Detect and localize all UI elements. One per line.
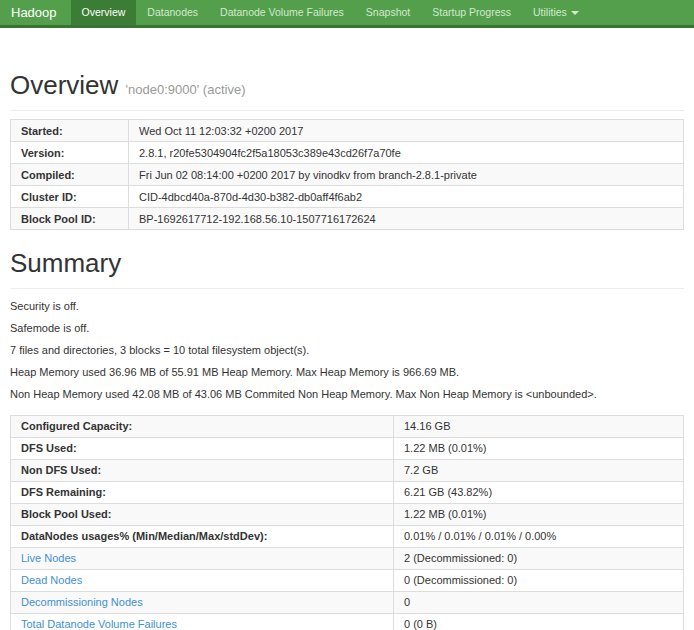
dead-nodes-link[interactable]: Dead Nodes <box>21 574 82 586</box>
total-datanode-volume-failures-link[interactable]: Total Datanode Volume Failures <box>21 618 177 630</box>
started-label: Started: <box>11 120 129 142</box>
table-row: Version: 2.8.1, r20fe5304904fc2f5a18053c… <box>11 142 684 164</box>
table-row: Block Pool ID: BP-1692617712-192.168.56.… <box>11 208 684 230</box>
datanodes-usages-value: 0.01% / 0.01% / 0.01% / 0.00% <box>394 525 684 547</box>
namenode-info-table: Started: Wed Oct 11 12:03:32 +0200 2017 … <box>10 119 684 230</box>
total-datanode-volume-failures-value: 0 (0 B) <box>394 613 684 630</box>
cluster-id-value: CID-4dbcd40a-870d-4d30-b382-db0aff4f6ab2 <box>129 186 684 208</box>
table-row: Non DFS Used: 7.2 GB <box>11 459 684 481</box>
table-row: DataNodes usages% (Min/Median/Max/stdDev… <box>11 525 684 547</box>
dfs-remaining-value: 6.21 GB (43.82%) <box>394 481 684 503</box>
cluster-stats-table: Configured Capacity: 14.16 GB DFS Used: … <box>10 415 684 630</box>
table-row: Cluster ID: CID-4dbcd40a-870d-4d30-b382-… <box>11 186 684 208</box>
block-pool-used-label: Block Pool Used: <box>11 503 394 525</box>
summary-text-block: Security is off. Safemode is off. 7 file… <box>10 299 684 403</box>
live-nodes-link[interactable]: Live Nodes <box>21 552 76 564</box>
dfs-used-value: 1.22 MB (0.01%) <box>394 437 684 459</box>
block-pool-id-label: Block Pool ID: <box>11 208 129 230</box>
divider <box>10 110 684 111</box>
datanodes-usages-label: DataNodes usages% (Min/Median/Max/stdDev… <box>11 525 394 547</box>
block-pool-id-value: BP-1692617712-192.168.56.10-150771617262… <box>129 208 684 230</box>
tab-overview[interactable]: Overview <box>71 0 137 25</box>
version-label: Version: <box>11 142 129 164</box>
table-row: Started: Wed Oct 11 12:03:32 +0200 2017 <box>11 120 684 142</box>
decommissioning-nodes-value: 0 <box>394 591 684 613</box>
non-heap-memory-text: Non Heap Memory used 42.08 MB of 43.06 M… <box>10 387 684 403</box>
table-row: Dead Nodes 0 (Decommissioned: 0) <box>11 569 684 591</box>
security-status-text: Security is off. <box>10 299 684 315</box>
compiled-value: Fri Jun 02 08:14:00 +0200 2017 by vinodk… <box>129 164 684 186</box>
tab-utilities-label: Utilities <box>533 6 567 18</box>
tab-datanodes[interactable]: Datanodes <box>136 0 209 25</box>
page-content: Overview 'node0:9000' (active) Started: … <box>0 70 694 630</box>
configured-capacity-value: 14.16 GB <box>394 415 684 437</box>
version-value: 2.8.1, r20fe5304904fc2f5a18053c389e43cd2… <box>129 142 684 164</box>
cluster-id-label: Cluster ID: <box>11 186 129 208</box>
tab-snapshot[interactable]: Snapshot <box>355 0 421 25</box>
overview-title-text: Overview <box>10 70 118 100</box>
dfs-used-label: DFS Used: <box>11 437 394 459</box>
table-row: Configured Capacity: 14.16 GB <box>11 415 684 437</box>
table-row: Total Datanode Volume Failures 0 (0 B) <box>11 613 684 630</box>
heap-memory-text: Heap Memory used 36.96 MB of 55.91 MB He… <box>10 365 684 381</box>
table-row: Block Pool Used: 1.22 MB (0.01%) <box>11 503 684 525</box>
decommissioning-nodes-link[interactable]: Decommissioning Nodes <box>21 596 143 608</box>
tab-startup-progress[interactable]: Startup Progress <box>421 0 522 25</box>
divider <box>10 288 684 289</box>
table-row: Compiled: Fri Jun 02 08:14:00 +0200 2017… <box>11 164 684 186</box>
navbar: Hadoop Overview Datanodes Datanode Volum… <box>0 0 694 28</box>
safemode-status-text: Safemode is off. <box>10 321 684 337</box>
table-row: DFS Remaining: 6.21 GB (43.82%) <box>11 481 684 503</box>
table-row: Decommissioning Nodes 0 <box>11 591 684 613</box>
navbar-brand[interactable]: Hadoop <box>0 0 71 25</box>
compiled-label: Compiled: <box>11 164 129 186</box>
namenode-address-status: 'node0:9000' (active) <box>126 82 246 97</box>
filesystem-objects-text: 7 files and directories, 3 blocks = 10 t… <box>10 343 684 359</box>
summary-title: Summary <box>10 248 684 279</box>
live-nodes-value: 2 (Decommissioned: 0) <box>394 547 684 569</box>
table-row: DFS Used: 1.22 MB (0.01%) <box>11 437 684 459</box>
configured-capacity-label: Configured Capacity: <box>11 415 394 437</box>
tab-datanode-volume-failures[interactable]: Datanode Volume Failures <box>209 0 355 25</box>
table-row: Live Nodes 2 (Decommissioned: 0) <box>11 547 684 569</box>
block-pool-used-value: 1.22 MB (0.01%) <box>394 503 684 525</box>
started-value: Wed Oct 11 12:03:32 +0200 2017 <box>129 120 684 142</box>
tab-utilities[interactable]: Utilities <box>522 0 590 25</box>
non-dfs-used-value: 7.2 GB <box>394 459 684 481</box>
overview-title: Overview 'node0:9000' (active) <box>10 70 684 101</box>
non-dfs-used-label: Non DFS Used: <box>11 459 394 481</box>
dead-nodes-value: 0 (Decommissioned: 0) <box>394 569 684 591</box>
dfs-remaining-label: DFS Remaining: <box>11 481 394 503</box>
chevron-down-icon <box>571 11 579 15</box>
